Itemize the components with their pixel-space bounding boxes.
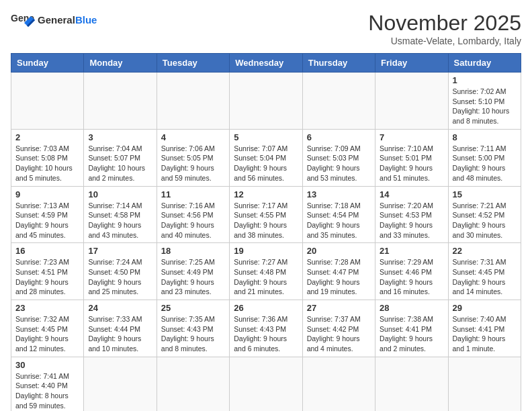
day-number: 29: [453, 303, 517, 313]
day-number: 6: [307, 132, 371, 142]
day-number: 4: [161, 132, 225, 142]
day-info: Sunrise: 7:23 AM Sunset: 4:51 PM Dayligh…: [15, 257, 79, 297]
logo-icon: General: [11, 11, 35, 30]
day-number: 18: [161, 246, 225, 256]
calendar-cell-w3d6: 22Sunrise: 7:31 AM Sunset: 4:45 PM Dayli…: [448, 243, 521, 300]
day-info: Sunrise: 7:16 AM Sunset: 4:56 PM Dayligh…: [161, 201, 225, 240]
calendar-cell-w0d0: [11, 73, 84, 130]
day-number: 21: [380, 246, 443, 256]
day-number: 15: [453, 189, 517, 199]
day-number: 22: [453, 246, 517, 256]
calendar-cell-w3d0: 16Sunrise: 7:23 AM Sunset: 4:51 PM Dayli…: [11, 243, 84, 300]
calendar-cell-w2d1: 10Sunrise: 7:14 AM Sunset: 4:58 PM Dayli…: [84, 186, 157, 243]
day-number: 26: [234, 303, 298, 313]
day-info: Sunrise: 7:10 AM Sunset: 5:01 PM Dayligh…: [380, 144, 443, 183]
day-info: Sunrise: 7:06 AM Sunset: 5:05 PM Dayligh…: [161, 144, 225, 183]
column-header-monday: Monday: [84, 54, 157, 73]
day-info: Sunrise: 7:38 AM Sunset: 4:41 PM Dayligh…: [380, 314, 443, 354]
column-header-thursday: Thursday: [302, 54, 375, 73]
logo: General GeneralBlue: [11, 11, 97, 30]
calendar-cell-w1d1: 3Sunrise: 7:04 AM Sunset: 5:07 PM Daylig…: [84, 129, 157, 186]
day-info: Sunrise: 7:24 AM Sunset: 4:50 PM Dayligh…: [88, 257, 152, 297]
day-number: 13: [307, 189, 371, 199]
day-number: 19: [234, 246, 298, 256]
day-number: 11: [161, 189, 225, 199]
day-number: 12: [234, 189, 298, 199]
day-number: 3: [88, 132, 152, 142]
calendar-cell-w4d1: 24Sunrise: 7:33 AM Sunset: 4:44 PM Dayli…: [84, 300, 157, 357]
calendar-cell-w5d6: [448, 357, 521, 411]
calendar-week-2: 9Sunrise: 7:13 AM Sunset: 4:59 PM Daylig…: [11, 186, 521, 243]
calendar-cell-w0d2: [157, 73, 229, 130]
calendar-cell-w3d4: 20Sunrise: 7:28 AM Sunset: 4:47 PM Dayli…: [302, 243, 375, 300]
day-info: Sunrise: 7:07 AM Sunset: 5:04 PM Dayligh…: [234, 144, 298, 183]
page-header: General GeneralBlue November 2025 Usmate…: [11, 11, 521, 46]
calendar-cell-w4d6: 29Sunrise: 7:40 AM Sunset: 4:41 PM Dayli…: [448, 300, 521, 357]
calendar-cell-w0d6: 1Sunrise: 7:02 AM Sunset: 5:10 PM Daylig…: [448, 73, 521, 130]
calendar-cell-w0d4: [302, 73, 375, 130]
calendar-cell-w1d0: 2Sunrise: 7:03 AM Sunset: 5:08 PM Daylig…: [11, 129, 84, 186]
calendar-cell-w1d3: 5Sunrise: 7:07 AM Sunset: 5:04 PM Daylig…: [230, 129, 302, 186]
day-number: 14: [380, 189, 443, 199]
calendar-cell-w2d0: 9Sunrise: 7:13 AM Sunset: 4:59 PM Daylig…: [11, 186, 84, 243]
day-info: Sunrise: 7:32 AM Sunset: 4:45 PM Dayligh…: [15, 314, 79, 354]
calendar-cell-w1d5: 7Sunrise: 7:10 AM Sunset: 5:01 PM Daylig…: [375, 129, 448, 186]
calendar-cell-w0d3: [230, 73, 302, 130]
calendar-cell-w1d4: 6Sunrise: 7:09 AM Sunset: 5:03 PM Daylig…: [302, 129, 375, 186]
day-info: Sunrise: 7:11 AM Sunset: 5:00 PM Dayligh…: [453, 144, 517, 183]
calendar-cell-w5d2: [157, 357, 229, 411]
calendar: SundayMondayTuesdayWednesdayThursdayFrid…: [11, 53, 521, 411]
location-subtitle: Usmate-Velate, Lombardy, Italy: [368, 36, 521, 46]
day-number: 27: [307, 303, 371, 313]
day-number: 17: [88, 246, 152, 256]
day-info: Sunrise: 7:27 AM Sunset: 4:48 PM Dayligh…: [234, 257, 298, 297]
month-title: November 2025: [368, 11, 521, 36]
day-info: Sunrise: 7:41 AM Sunset: 4:40 PM Dayligh…: [15, 371, 79, 411]
calendar-cell-w3d2: 18Sunrise: 7:25 AM Sunset: 4:49 PM Dayli…: [157, 243, 229, 300]
day-info: Sunrise: 7:20 AM Sunset: 4:53 PM Dayligh…: [380, 201, 443, 240]
column-header-saturday: Saturday: [448, 54, 521, 73]
calendar-week-5: 30Sunrise: 7:41 AM Sunset: 4:40 PM Dayli…: [11, 357, 521, 411]
day-info: Sunrise: 7:02 AM Sunset: 5:10 PM Dayligh…: [453, 87, 517, 126]
day-number: 7: [380, 132, 443, 142]
calendar-cell-w3d1: 17Sunrise: 7:24 AM Sunset: 4:50 PM Dayli…: [84, 243, 157, 300]
day-number: 24: [88, 303, 152, 313]
calendar-cell-w5d5: [375, 357, 448, 411]
calendar-week-1: 2Sunrise: 7:03 AM Sunset: 5:08 PM Daylig…: [11, 129, 521, 186]
calendar-cell-w5d3: [230, 357, 302, 411]
calendar-cell-w0d5: [375, 73, 448, 130]
day-info: Sunrise: 7:18 AM Sunset: 4:54 PM Dayligh…: [307, 201, 371, 240]
day-info: Sunrise: 7:28 AM Sunset: 4:47 PM Dayligh…: [307, 257, 371, 297]
day-number: 1: [453, 75, 517, 85]
calendar-cell-w3d5: 21Sunrise: 7:29 AM Sunset: 4:46 PM Dayli…: [375, 243, 448, 300]
day-info: Sunrise: 7:35 AM Sunset: 4:43 PM Dayligh…: [161, 314, 225, 354]
calendar-cell-w3d3: 19Sunrise: 7:27 AM Sunset: 4:48 PM Dayli…: [230, 243, 302, 300]
day-number: 20: [307, 246, 371, 256]
calendar-cell-w4d4: 27Sunrise: 7:37 AM Sunset: 4:42 PM Dayli…: [302, 300, 375, 357]
day-number: 23: [15, 303, 79, 313]
day-info: Sunrise: 7:14 AM Sunset: 4:58 PM Dayligh…: [88, 201, 152, 240]
column-header-sunday: Sunday: [11, 54, 84, 73]
day-info: Sunrise: 7:03 AM Sunset: 5:08 PM Dayligh…: [15, 144, 79, 183]
calendar-cell-w2d5: 14Sunrise: 7:20 AM Sunset: 4:53 PM Dayli…: [375, 186, 448, 243]
day-number: 28: [380, 303, 443, 313]
day-info: Sunrise: 7:09 AM Sunset: 5:03 PM Dayligh…: [307, 144, 371, 183]
day-info: Sunrise: 7:36 AM Sunset: 4:43 PM Dayligh…: [234, 314, 298, 354]
column-header-tuesday: Tuesday: [157, 54, 229, 73]
calendar-cell-w1d2: 4Sunrise: 7:06 AM Sunset: 5:05 PM Daylig…: [157, 129, 229, 186]
day-info: Sunrise: 7:40 AM Sunset: 4:41 PM Dayligh…: [453, 314, 517, 354]
day-number: 30: [15, 360, 79, 370]
day-info: Sunrise: 7:04 AM Sunset: 5:07 PM Dayligh…: [88, 144, 152, 183]
column-header-friday: Friday: [375, 54, 448, 73]
calendar-week-3: 16Sunrise: 7:23 AM Sunset: 4:51 PM Dayli…: [11, 243, 521, 300]
calendar-cell-w0d1: [84, 73, 157, 130]
day-info: Sunrise: 7:17 AM Sunset: 4:55 PM Dayligh…: [234, 201, 298, 240]
column-header-wednesday: Wednesday: [230, 54, 302, 73]
day-info: Sunrise: 7:29 AM Sunset: 4:46 PM Dayligh…: [380, 257, 443, 297]
title-area: November 2025 Usmate-Velate, Lombardy, I…: [368, 11, 521, 46]
day-info: Sunrise: 7:21 AM Sunset: 4:52 PM Dayligh…: [453, 201, 517, 240]
calendar-cell-w2d6: 15Sunrise: 7:21 AM Sunset: 4:52 PM Dayli…: [448, 186, 521, 243]
day-info: Sunrise: 7:25 AM Sunset: 4:49 PM Dayligh…: [161, 257, 225, 297]
calendar-cell-w5d0: 30Sunrise: 7:41 AM Sunset: 4:40 PM Dayli…: [11, 357, 84, 411]
calendar-cell-w2d4: 13Sunrise: 7:18 AM Sunset: 4:54 PM Dayli…: [302, 186, 375, 243]
